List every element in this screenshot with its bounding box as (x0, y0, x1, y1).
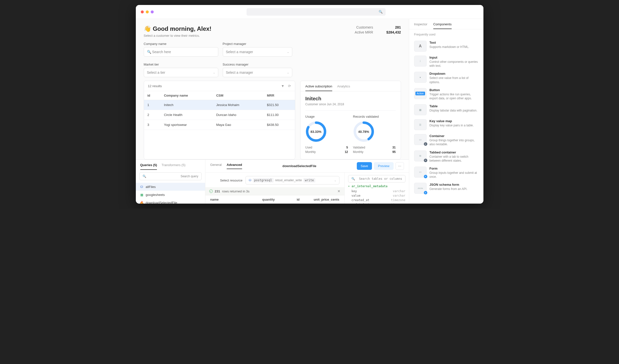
container-icon: ▭+ (414, 134, 427, 145)
component-table[interactable]: ▦ TableDisplay tabular data with paginat… (414, 102, 478, 117)
window-controls (141, 10, 154, 13)
market-tier-label: Market tier (144, 63, 218, 66)
table-row[interactable]: 3 Yogi sportswear Maya Gao $438.50 (144, 120, 295, 130)
records-donut: 40.78% (353, 121, 374, 142)
dropdown-icon: ▾ (414, 72, 427, 83)
component-text[interactable]: A TextSupports markdown or HTML. (414, 39, 478, 54)
market-tier-select[interactable]: Select a tier ⌄ (144, 68, 218, 77)
save-button[interactable]: Save (357, 162, 372, 170)
col-id[interactable]: id (144, 91, 161, 100)
tab-active-subscription[interactable]: Active subscription (305, 84, 332, 91)
schema-column[interactable]: valuevarchar (348, 193, 405, 198)
schema-column[interactable]: created_attimezone (348, 198, 405, 202)
refresh-icon[interactable]: ⟳ (288, 84, 291, 88)
resource-select[interactable]: ⛁ postgresql retool_emailer_write write … (246, 176, 339, 184)
schema-search-input[interactable]: 🔍 Search tables or columns (348, 175, 405, 182)
active-mrr-value: $284,432 (381, 30, 401, 34)
tab-inspector[interactable]: Inspector (414, 22, 427, 29)
summary-stats: Customers 281 Active MRR $284,432 (355, 25, 401, 35)
success-manager-label: Success manager (223, 63, 292, 66)
page-title: 👋 Good morning, Alex! (144, 25, 212, 32)
query-search-input[interactable]: 🔍 Search query (139, 172, 202, 180)
chevron-down-icon: ⌄ (287, 51, 289, 53)
col-mrr[interactable]: MRR (263, 91, 295, 100)
tab-analytics[interactable]: Analytics (337, 84, 350, 91)
json-form-icon: JSON+ (414, 183, 427, 194)
preview-button[interactable]: Preview (374, 162, 393, 170)
button-icon: Action (414, 88, 427, 99)
form-icon: ▭+ (414, 167, 427, 178)
component-container[interactable]: ▭+ ContainerGroup things together into g… (414, 132, 478, 148)
postgres-icon: ⛁ (249, 179, 251, 182)
tab-transformers[interactable]: Transformers (5) (161, 163, 185, 170)
table-row[interactable]: 2 Circle Health Duncan Idaho $111.00 (144, 110, 295, 120)
section-title: Frequently used (414, 33, 478, 36)
titlebar: 🔍 (136, 5, 483, 19)
query-editor-panel: Queries (5) Transformers (5) 🔍 Search qu… (136, 159, 409, 204)
database-icon: ⛁ (140, 185, 144, 189)
component-tabbed-container[interactable]: ⧉+ Tabbed containerContainer with a tab … (414, 148, 478, 165)
customer-since: Customer since Jun 24, 2018 (305, 103, 396, 106)
resource-label: Select resource (210, 179, 243, 182)
table-icon: ▦ (414, 104, 427, 115)
filter-icon[interactable]: ▼ (281, 84, 285, 88)
text-icon: A (414, 41, 427, 52)
project-manager-select[interactable]: Select a manager ⌄ (223, 47, 292, 57)
component-form[interactable]: ▭+ FormGroup inputs together and submit … (414, 165, 478, 181)
search-icon: 🔍 (379, 10, 383, 14)
records-label: Records validated (353, 115, 396, 118)
customers-label: Customers (356, 25, 373, 29)
customers-table-card: 12 results ▼ ⟳ id Company name CSM (144, 81, 295, 159)
customers-value: 281 (381, 25, 401, 29)
sheet-icon: ▦ (140, 193, 144, 197)
col-company[interactable]: Company name (160, 91, 213, 100)
tab-general[interactable]: General (210, 163, 222, 169)
maximize-icon[interactable] (151, 10, 154, 13)
component-button[interactable]: Action ButtonTrigger actions like run qu… (414, 86, 478, 102)
schema-column[interactable]: updated_attimezone (348, 202, 405, 204)
query-item-download[interactable]: 🔥downloadSelectedFile (136, 199, 205, 204)
customer-name: Initech (305, 96, 396, 102)
component-dropdown[interactable]: ▾ DropdownSelect one value from a list o… (414, 70, 478, 86)
tabbed-container-icon: ⧉+ (414, 150, 427, 161)
component-input[interactable]: 𝙸 InputControl other components or queri… (414, 54, 478, 70)
more-button[interactable]: ⋯ (396, 162, 404, 170)
tab-components[interactable]: Components (433, 22, 452, 29)
app-window: 🔍 👋 Good morning, Alex! Select a custome… (136, 5, 483, 204)
tab-queries[interactable]: Queries (5) (140, 163, 157, 170)
close-icon[interactable]: ✕ (337, 189, 340, 193)
table-row[interactable]: 1 Initech Jessica Mohaim $321.50 (144, 100, 295, 110)
component-json-form[interactable]: JSON+ JSON schema formGenerate forms fro… (414, 181, 478, 196)
omnibar-search[interactable]: 🔍 (247, 8, 386, 16)
status-bar: ✓ 231 rows returned in 3s ✕ (205, 187, 344, 195)
query-item-googlesheets[interactable]: ▦googlesheets (136, 191, 205, 199)
tab-advanced[interactable]: Advanced (227, 163, 242, 169)
subscription-card: Active subscription Analytics Initech Cu… (300, 81, 401, 159)
schema-table-name[interactable]: ▾ ar_internal_metadata (348, 184, 405, 188)
chevron-down-icon: ⌄ (213, 71, 215, 74)
results-count: 12 results (148, 84, 162, 88)
check-icon: ✓ (209, 189, 213, 193)
success-manager-select[interactable]: Select a manager ⌄ (223, 68, 292, 77)
fire-icon: 🔥 (140, 201, 144, 204)
company-search-input[interactable]: 🔍 Search here (144, 47, 218, 57)
page-subtitle: Select a customer to view their metrics. (144, 34, 212, 37)
chevron-down-icon: ⌄ (287, 71, 289, 74)
usage-label: Usage (305, 115, 348, 118)
input-icon: 𝙸 (414, 56, 427, 67)
company-name-label: Company name (144, 42, 218, 46)
project-manager-label: Project manager (223, 42, 292, 46)
col-csm[interactable]: CSM (213, 91, 263, 100)
active-mrr-label: Active MRR (355, 30, 373, 34)
usage-donut: 83.33% (305, 121, 327, 142)
component-kvmap[interactable]: ☰ Key value mapDisplay key value pairs i… (414, 117, 478, 132)
query-title: downloadSelectedFile (282, 164, 316, 168)
result-header: name quantity id unit_price_cents (205, 195, 344, 204)
kvmap-icon: ☰ (414, 119, 427, 130)
schema-column[interactable]: keyvarchar (348, 189, 405, 193)
chevron-down-icon: ⌄ (334, 179, 336, 182)
query-item-allfiles[interactable]: ⛁allFiles (136, 183, 205, 191)
close-icon[interactable] (141, 10, 144, 13)
minimize-icon[interactable] (146, 10, 149, 13)
customers-table[interactable]: id Company name CSM MRR 1 Initech Jessic… (144, 91, 295, 130)
